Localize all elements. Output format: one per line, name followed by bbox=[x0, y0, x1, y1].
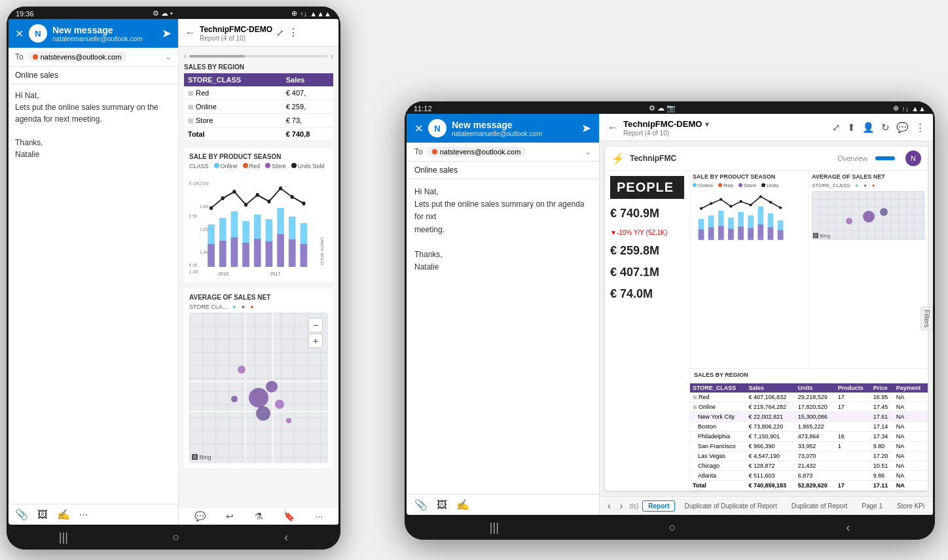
link-icon[interactable]: ✍ bbox=[57, 508, 70, 521]
expand-row-icon[interactable]: ⊞ bbox=[188, 90, 193, 97]
scroll-left-icon[interactable]: ‹ bbox=[184, 52, 187, 61]
send-button-lg[interactable]: ➤ bbox=[581, 121, 591, 135]
large-icons-center: ⚙ ☁ 📷 bbox=[649, 104, 676, 113]
zoom-minus-button[interactable]: − bbox=[308, 318, 323, 332]
svg-point-58 bbox=[720, 198, 722, 201]
to-label-lg: To bbox=[414, 147, 423, 156]
recipient-chip[interactable]: natstevens@outlook.com bbox=[27, 52, 127, 62]
col-payment-lg: Payment bbox=[894, 383, 928, 393]
page-tab-kpi[interactable]: Store KPi bbox=[892, 501, 930, 511]
nav-home-button[interactable]: ○ bbox=[173, 531, 180, 544]
filters-panel-toggle[interactable]: Filters bbox=[921, 306, 933, 330]
link-icon-lg[interactable]: ✍ bbox=[456, 499, 469, 511]
svg-point-64 bbox=[779, 206, 782, 209]
compose-subtitle: nataleemanuelle@outlook.com bbox=[52, 35, 156, 43]
pbi-body: PEOPLE € 740.9M ▼-10% Y/Y (52.1K) € 259.… bbox=[605, 171, 928, 491]
more-icon-lg[interactable]: ⋮ bbox=[915, 122, 925, 133]
photo-icon-lg[interactable]: 🖼 bbox=[437, 499, 447, 511]
filter-icon[interactable]: ⚗ bbox=[255, 511, 263, 521]
attachment-icon[interactable]: 📎 bbox=[15, 508, 28, 521]
svg-rect-53 bbox=[757, 224, 763, 239]
metric-change: ▼-10% Y/Y (52.1K) bbox=[610, 228, 684, 236]
attachment-icon-lg[interactable]: 📎 bbox=[414, 499, 428, 511]
compose-subject[interactable]: Online sales bbox=[9, 67, 178, 84]
col-sales: Sales bbox=[282, 73, 333, 86]
table-row: San Francisco € 966,39033,95219.80NA bbox=[690, 442, 928, 451]
map-legend-lg: STORE_CLASS ● ● ● bbox=[812, 183, 925, 188]
comment-icon-lg[interactable]: 💬 bbox=[896, 122, 909, 133]
scroll-right-icon[interactable]: › bbox=[331, 52, 333, 61]
nav-back-button[interactable]: ‹ bbox=[284, 531, 288, 544]
map-area[interactable]: − + 🅱 Bing bbox=[189, 313, 328, 463]
recipient-email: natstevens@outlook.com bbox=[41, 53, 122, 61]
col-products-lg: Products bbox=[835, 383, 871, 393]
map-dot-6 bbox=[231, 396, 238, 402]
close-icon-lg[interactable]: ✕ bbox=[414, 122, 423, 135]
page-prev-button[interactable]: ‹ bbox=[605, 499, 613, 512]
chart1-title: SALE BY PRODUCT SEASON bbox=[693, 173, 806, 180]
page-tab-report[interactable]: Report bbox=[642, 500, 675, 512]
send-button[interactable]: ➤ bbox=[162, 26, 172, 41]
page-tab-dup[interactable]: Duplicate of Report bbox=[786, 501, 853, 511]
svg-point-60 bbox=[739, 200, 742, 203]
user-icon-lg[interactable]: 👤 bbox=[862, 122, 875, 133]
large-tablet: 11:12 ⚙ ☁ 📷 ⊕ ↑↓ ▲▲ ✕ N New message nata… bbox=[405, 101, 935, 540]
svg-text:€ 5K: € 5K bbox=[189, 214, 198, 219]
nav-back-button-lg[interactable]: ‹ bbox=[846, 521, 850, 534]
expand-row-icon[interactable]: ⊞ bbox=[188, 103, 193, 111]
table-row: Boston € 73,806,2201,865,22217.14NA bbox=[690, 422, 928, 432]
share-icon-lg[interactable]: ⬆ bbox=[847, 122, 856, 133]
svg-rect-22 bbox=[266, 241, 273, 267]
page-ds[interactable]: ds) bbox=[629, 502, 638, 510]
expand-row-icon[interactable]: ⊞ bbox=[188, 117, 193, 124]
ellipsis-icon[interactable]: ··· bbox=[316, 511, 323, 521]
svg-point-30 bbox=[256, 193, 259, 197]
page-next-button[interactable]: › bbox=[617, 499, 626, 512]
subject-lg[interactable]: Online sales bbox=[407, 162, 599, 179]
nav-lines-button[interactable]: ||| bbox=[59, 531, 68, 544]
sales-net-map-section: AVERAGE OF SALES NET STORE CLA... ● ● ● bbox=[184, 289, 333, 468]
page-tab-page1[interactable]: Page 1 bbox=[856, 501, 888, 511]
expand-icon-lg[interactable]: ⤢ bbox=[832, 122, 841, 133]
undo-icon[interactable]: ↩ bbox=[226, 511, 234, 521]
pbi-company: TechnipFMC bbox=[630, 154, 676, 163]
refresh-icon-lg[interactable]: ↻ bbox=[881, 122, 890, 133]
large-nav-bar: ||| ○ ‹ bbox=[405, 517, 935, 540]
body-lg-line6: Natalie bbox=[414, 261, 591, 273]
report-dropdown-icon[interactable]: ▾ bbox=[705, 120, 709, 129]
more-icon[interactable]: ··· bbox=[79, 509, 88, 521]
compose-toolbar-lg: 📎 🖼 ✍ bbox=[407, 494, 599, 515]
small-status-bar: 19:36 ⚙ ☁ • ⊕ ↑↓ ▲▲▲ bbox=[7, 7, 340, 19]
zoom-plus-button[interactable]: + bbox=[308, 334, 323, 348]
report-panel-lg: ← TechnipFMC-DEMO ▾ Report (4 of 10) ⤢ ⬆… bbox=[600, 114, 933, 515]
map-mini[interactable]: 🅱 Bing bbox=[812, 191, 925, 240]
close-icon[interactable]: ✕ bbox=[15, 27, 24, 40]
svg-text:2016: 2016 bbox=[218, 271, 228, 277]
bookmark-icon[interactable]: 🔖 bbox=[283, 511, 295, 521]
legend-dot-purple: ● bbox=[242, 304, 245, 310]
svg-rect-21 bbox=[254, 239, 261, 267]
pbi-tab-label[interactable]: Overview bbox=[837, 154, 867, 162]
map-dot-1 bbox=[249, 388, 268, 408]
svg-rect-23 bbox=[277, 234, 284, 267]
more-options-icon[interactable]: ⋮ bbox=[288, 26, 299, 39]
chevron-down-icon-lg[interactable]: ⌄ bbox=[585, 147, 591, 156]
metric-store-value: € 74.0M bbox=[610, 287, 684, 301]
nav-lines-button-lg[interactable]: ||| bbox=[490, 521, 499, 534]
large-screen: ✕ N New message nataleemanuelle@outlook.… bbox=[407, 114, 933, 515]
table-row: Atlanta € 511,6036,8739.86NA bbox=[690, 471, 928, 481]
recipient-chip-lg[interactable]: natstevens@outlook.com bbox=[427, 147, 526, 157]
product-season-chart: 2.0M 1.8M 1.6M 1.4M 1.2M € 10K € 5K € 0K bbox=[189, 172, 328, 277]
report-subtitle-lg: Report (4 of 10) bbox=[623, 130, 709, 137]
chevron-down-icon[interactable]: ⌄ bbox=[165, 52, 172, 61]
comment-icon[interactable]: 💬 bbox=[194, 511, 206, 521]
sales-region-table-lg: SALES BY REGION STORE_CLASS Sales Units bbox=[690, 369, 928, 491]
nav-home-button-lg[interactable]: ○ bbox=[669, 521, 676, 534]
back-button[interactable]: ← bbox=[185, 27, 196, 39]
page-tab-dup-dup[interactable]: Duplicate of Duplicate of Report bbox=[679, 501, 782, 511]
report-title: TechnipFMC-DEMO bbox=[200, 25, 272, 34]
back-button-lg[interactable]: ← bbox=[608, 122, 618, 133]
sales-net-title: AVERAGE OF SALES NET bbox=[189, 294, 328, 301]
photo-icon[interactable]: 🖼 bbox=[37, 509, 48, 521]
expand-icon[interactable]: ⤢ bbox=[276, 27, 284, 38]
